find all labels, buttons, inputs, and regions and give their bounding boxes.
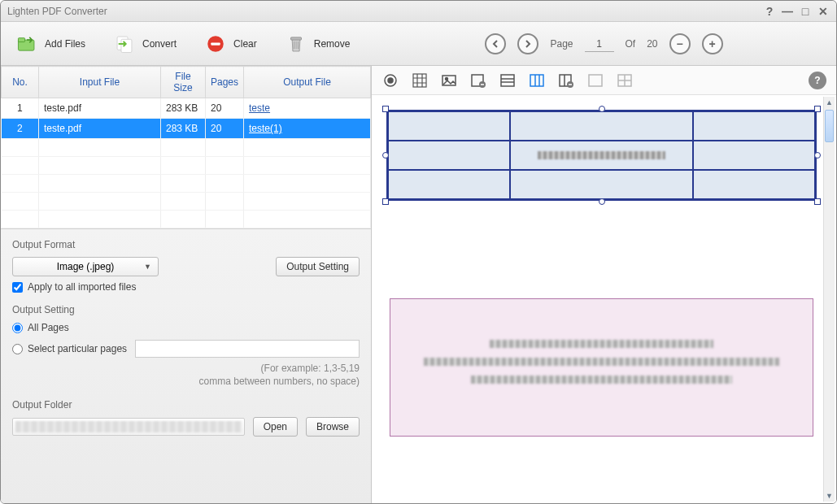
column-remove-icon[interactable] bbox=[557, 72, 575, 89]
clear-label: Clear bbox=[233, 38, 257, 50]
close-button[interactable]: ✕ bbox=[817, 5, 830, 18]
text-line bbox=[490, 340, 713, 348]
resize-handle[interactable] bbox=[382, 198, 389, 205]
grid-all-icon[interactable] bbox=[411, 72, 429, 89]
output-format-title: Output Format bbox=[12, 239, 360, 250]
settings-panel: Output Format Image (.jpeg) ▼ Output Set… bbox=[1, 228, 371, 503]
browse-folder-button[interactable]: Browse bbox=[306, 417, 360, 437]
zoom-out-button[interactable]: − bbox=[669, 33, 691, 54]
of-label: Of bbox=[626, 38, 636, 50]
help-icon[interactable]: ? bbox=[763, 5, 776, 18]
page-label: Page bbox=[550, 38, 573, 50]
convert-button[interactable]: Convert bbox=[107, 29, 183, 59]
maximize-button[interactable]: □ bbox=[799, 5, 812, 18]
table-row-empty bbox=[2, 211, 371, 228]
text-region[interactable] bbox=[390, 298, 813, 437]
table-row[interactable]: 1teste.pdf283 KB20teste bbox=[2, 98, 371, 119]
image-icon[interactable] bbox=[440, 72, 458, 89]
preview-toolbar: ? bbox=[372, 66, 836, 95]
svg-rect-22 bbox=[501, 75, 514, 86]
scroll-down-icon[interactable]: ▼ bbox=[824, 490, 835, 502]
table-row-empty bbox=[2, 139, 371, 157]
col-pages[interactable]: Pages bbox=[206, 67, 244, 98]
page-range-input[interactable] bbox=[135, 340, 360, 358]
merge-icon bbox=[586, 72, 604, 89]
apply-all-input[interactable] bbox=[12, 282, 23, 293]
svg-rect-32 bbox=[589, 75, 602, 86]
resize-handle[interactable] bbox=[814, 198, 821, 205]
resize-handle[interactable] bbox=[382, 152, 389, 159]
convert-label: Convert bbox=[142, 38, 177, 50]
add-files-label: Add Files bbox=[45, 38, 85, 50]
output-folder-title: Output Folder bbox=[12, 399, 360, 411]
all-pages-radio[interactable]: All Pages bbox=[12, 322, 360, 333]
all-pages-input[interactable] bbox=[12, 323, 23, 333]
file-table: No. Input File File Size Pages Output Fi… bbox=[1, 66, 371, 228]
clear-button[interactable]: Clear bbox=[198, 29, 264, 59]
right-panel: ? bbox=[372, 66, 836, 503]
table-cell-text bbox=[538, 151, 665, 159]
output-file-link[interactable]: teste bbox=[249, 102, 270, 114]
split-icon bbox=[616, 72, 634, 89]
output-format-value: Image (.jpeg) bbox=[57, 261, 115, 272]
apply-all-checkbox[interactable]: Apply to all imported files bbox=[12, 281, 360, 293]
preview-help-icon[interactable]: ? bbox=[809, 72, 826, 89]
output-format-select[interactable]: Image (.jpeg) ▼ bbox=[12, 257, 159, 276]
next-page-button[interactable] bbox=[517, 33, 538, 54]
remove-button[interactable]: Remove bbox=[278, 29, 357, 59]
scroll-thumb[interactable] bbox=[825, 110, 834, 142]
add-files-button[interactable]: Add Files bbox=[9, 29, 92, 59]
open-folder-button[interactable]: Open bbox=[253, 417, 298, 437]
text-line bbox=[424, 358, 778, 366]
select-pages-input[interactable] bbox=[12, 344, 23, 354]
table-remove-icon[interactable] bbox=[469, 72, 487, 89]
table-row-empty bbox=[2, 193, 371, 211]
chevron-down-icon: ▼ bbox=[144, 263, 151, 271]
output-setting-button[interactable]: Output Setting bbox=[276, 257, 360, 276]
resize-handle[interactable] bbox=[599, 106, 605, 112]
preview-area[interactable]: ▲ ▼ bbox=[372, 95, 836, 503]
remove-label: Remove bbox=[314, 38, 351, 50]
col-input-file[interactable]: Input File bbox=[39, 67, 161, 98]
page-total: 20 bbox=[647, 38, 657, 50]
svg-rect-1 bbox=[18, 37, 24, 41]
table-row-empty bbox=[2, 157, 371, 175]
convert-icon bbox=[113, 33, 136, 55]
view-mode-icon[interactable] bbox=[381, 72, 399, 89]
page-controls: Page 1 Of 20 − + bbox=[371, 22, 837, 66]
add-files-icon bbox=[15, 33, 38, 55]
svg-rect-12 bbox=[413, 74, 426, 87]
col-file-size[interactable]: File Size bbox=[161, 67, 206, 98]
output-setting-title: Output Setting bbox=[12, 304, 360, 315]
rows-icon[interactable] bbox=[499, 72, 517, 89]
table-row-empty bbox=[2, 175, 371, 193]
svg-rect-25 bbox=[530, 75, 543, 86]
resize-handle[interactable] bbox=[599, 198, 605, 205]
text-line bbox=[471, 376, 732, 384]
vertical-scrollbar[interactable]: ▲ ▼ bbox=[823, 97, 835, 502]
zoom-in-button[interactable]: + bbox=[702, 33, 723, 54]
page-range-hint: (For example: 1,3-5,19 comma between num… bbox=[12, 363, 360, 388]
col-no[interactable]: No. bbox=[2, 67, 39, 98]
svg-rect-5 bbox=[211, 42, 220, 45]
titlebar: Lighten PDF Converter ? — □ ✕ bbox=[1, 1, 836, 22]
svg-rect-3 bbox=[121, 39, 132, 52]
resize-handle[interactable] bbox=[382, 106, 389, 112]
output-folder-path[interactable] bbox=[12, 418, 245, 436]
svg-point-11 bbox=[388, 78, 393, 83]
columns-icon[interactable] bbox=[528, 72, 546, 89]
select-pages-radio[interactable]: Select particular pages bbox=[12, 343, 127, 354]
prev-page-button[interactable] bbox=[485, 33, 506, 54]
minimize-button[interactable]: — bbox=[781, 5, 794, 18]
resize-handle[interactable] bbox=[814, 152, 821, 159]
col-output-file[interactable]: Output File bbox=[244, 67, 371, 98]
clear-icon bbox=[204, 33, 227, 55]
table-row[interactable]: 2teste.pdf283 KB20teste(1) bbox=[2, 119, 371, 139]
output-file-link[interactable]: teste(1) bbox=[249, 123, 282, 134]
scroll-up-icon[interactable]: ▲ bbox=[824, 97, 835, 108]
page-current[interactable]: 1 bbox=[585, 37, 614, 52]
resize-handle[interactable] bbox=[814, 106, 821, 112]
window-title: Lighten PDF Converter bbox=[7, 6, 758, 17]
selected-table-object[interactable] bbox=[386, 110, 817, 201]
remove-icon bbox=[285, 33, 307, 55]
